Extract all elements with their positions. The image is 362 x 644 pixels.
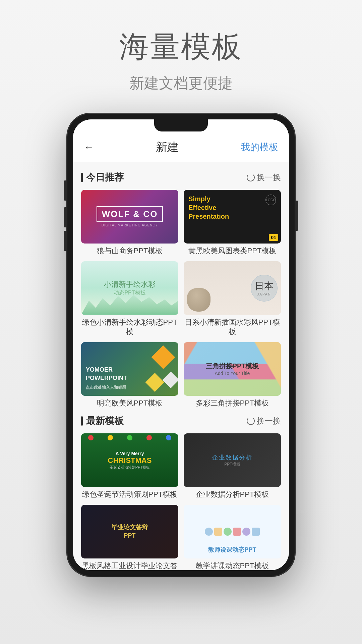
app-content: 今日推荐 换一换 WOLF & CO DIGITAL MARKETING AGE…	[73, 162, 289, 570]
template-item-christmas[interactable]: A Very Merry CHRISTMAS 圣诞节活动策划PPT模板 绿色圣诞…	[81, 433, 178, 499]
yomoer-diamond-3	[163, 372, 178, 388]
japan-cat-figure	[187, 288, 210, 312]
template-label-japan: 日系小清新插画水彩风PPT模板	[184, 318, 281, 337]
tri-main-title: 三角拼接PPT模板	[206, 362, 259, 371]
template-label-presentation: 黄黑欧美风图表类PPT模板	[184, 246, 281, 256]
template-label-wolf: 狼与山商务PPT模板	[81, 246, 178, 256]
template-item-japan[interactable]: 日本 JAPAN 日系小清新插画水彩风PPT模板	[184, 261, 281, 337]
notch	[154, 119, 208, 131]
xmas-subtitle: 圣诞节活动策划PPT模板	[110, 465, 150, 470]
template-thumb-teacher: 教师说课动态PPT	[184, 505, 281, 558]
template-item-triangles[interactable]: 三角拼接PPT模板 Add To Your Title 多彩三角拼接PPT模板	[184, 342, 281, 408]
template-thumb-christmas: A Very Merry CHRISTMAS 圣诞节活动策划PPT模板	[81, 433, 178, 487]
screen-title: 新建	[156, 140, 179, 155]
template-thumb-wolf: WOLF & CO DIGITAL MARKETING AGENCY	[81, 190, 178, 244]
template-item-business[interactable]: 企业数据分析 PPT模板 企业数据分析PPT模板	[184, 433, 281, 499]
template-label-business: 企业数据分析PPT模板	[184, 490, 281, 499]
pres-logo-circle: LOGO	[265, 195, 276, 205]
template-thumb-graduation: 毕业论文答辩PPT	[81, 505, 178, 558]
teacher-main-label: 教师说课动态PPT	[208, 546, 256, 554]
japan-circle-badge: 日本 JAPAN	[251, 275, 278, 302]
latest-section-title: 最新模板	[81, 415, 124, 427]
wolf-subtitle: DIGITAL MARKETING AGENCY	[102, 223, 158, 227]
template-item-watercolor[interactable]: 小清新手绘水彩 动态PPT模板 绿色小清新手绘水彩动态PPT模	[81, 261, 178, 337]
ti5	[242, 528, 250, 536]
template-thumb-presentation: SimplyEffectivePresentation LOGO 01	[184, 190, 281, 244]
biz-sub-text: PPT模板	[224, 462, 240, 467]
template-label-yomoer: 明亮欧美风PPT模板	[81, 398, 178, 408]
template-thumb-japan: 日本 JAPAN	[184, 261, 281, 315]
page-title: 海量模板	[119, 27, 243, 67]
latest-section-header: 最新模板 换一换	[81, 415, 281, 427]
latest-template-grid: A Very Merry CHRISTMAS 圣诞节活动策划PPT模板 绿色圣诞…	[81, 433, 281, 570]
ti4	[233, 528, 241, 536]
pres-title: SimplyEffectivePresentation	[188, 195, 265, 221]
template-item-yomoer[interactable]: YOMOERPOWERPOINT点击此处输入人和标题 明亮欧美风PPT模板	[81, 342, 178, 408]
biz-main-text: 企业数据分析	[212, 453, 252, 462]
ti3	[224, 528, 232, 536]
latest-refresh-button[interactable]: 换一换	[247, 416, 281, 426]
yomoer-brand-text: YOMOERPOWERPOINT点击此处输入人和标题	[86, 366, 127, 391]
japan-romaji: JAPAN	[257, 292, 271, 296]
refresh-icon	[247, 173, 255, 181]
latest-refresh-label: 换一换	[257, 416, 281, 426]
template-item-presentation[interactable]: SimplyEffectivePresentation LOGO 01 黄黑欧美…	[184, 190, 281, 256]
yomoer-shapes-bg	[120, 342, 178, 396]
template-label-teacher: 教学讲课动态PPT模板	[184, 561, 281, 570]
template-item-graduation[interactable]: 毕业论文答辩PPT 黑板风格工业设计毕业论文答	[81, 505, 178, 570]
yomoer-diamond-1	[152, 345, 175, 369]
phone-wrapper: ← 新建 我的模板 今日推荐 换一换	[64, 113, 298, 576]
watercolor-main-text: 小清新手绘水彩	[104, 279, 156, 289]
template-thumb-triangles: 三角拼接PPT模板 Add To Your Title	[184, 342, 281, 396]
yomoer-diamond-2	[145, 373, 165, 392]
tri-sub-title: Add To Your Title	[215, 371, 250, 376]
watercolor-sub-text: 动态PPT模板	[114, 289, 145, 297]
today-template-grid: WOLF & CO DIGITAL MARKETING AGENCY 狼与山商务…	[81, 190, 281, 408]
today-refresh-button[interactable]: 换一换	[247, 172, 281, 183]
ti2	[214, 528, 222, 536]
page-header: 海量模板 新建文档更便捷	[119, 0, 243, 93]
template-thumb-watercolor: 小清新手绘水彩 动态PPT模板	[81, 261, 178, 315]
phone-screen: ← 新建 我的模板 今日推荐 换一换	[73, 119, 289, 570]
template-thumb-yomoer: YOMOERPOWERPOINT点击此处输入人和标题	[81, 342, 178, 396]
xmas-ornaments-row	[81, 433, 178, 440]
template-item-wolf[interactable]: WOLF & CO DIGITAL MARKETING AGENCY 狼与山商务…	[81, 190, 178, 256]
template-label-graduation: 黑板风格工业设计毕业论文答	[81, 561, 178, 570]
my-templates-button[interactable]: 我的模板	[241, 141, 278, 154]
xmas-main-title: CHRISTMAS	[108, 456, 152, 465]
ornament-blue	[166, 435, 171, 440]
yomoer-sub-text: 点击此处输入人和标题	[86, 385, 126, 390]
template-item-teacher[interactable]: 教师说课动态PPT 教学讲课动态PPT模板	[184, 505, 281, 570]
ornament-red2	[146, 435, 152, 440]
teacher-icons-grid	[201, 524, 263, 539]
template-label-christmas: 绿色圣诞节活动策划PPT模板	[81, 490, 178, 499]
wolf-title-box: WOLF & CO	[97, 206, 163, 222]
template-thumb-business: 企业数据分析 PPT模板	[184, 433, 281, 487]
grad-main-text: 毕业论文答辩PPT	[112, 523, 148, 540]
today-refresh-label: 换一换	[257, 172, 281, 183]
page-subtitle: 新建文档更便捷	[119, 73, 243, 93]
template-label-watercolor: 绿色小清新手绘水彩动态PPT模	[81, 318, 178, 337]
phone-frame: ← 新建 我的模板 今日推荐 换一换	[67, 113, 295, 576]
latest-refresh-icon	[247, 417, 255, 425]
ornament-red	[88, 435, 94, 440]
xmas-title-small: A Very Merry	[115, 451, 144, 456]
ornament-yellow	[108, 435, 113, 440]
today-section-title: 今日推荐	[81, 171, 124, 184]
ornament-green	[127, 435, 132, 440]
back-button[interactable]: ←	[84, 142, 94, 153]
pres-number: 01	[269, 234, 278, 241]
today-section-header: 今日推荐 换一换	[81, 171, 281, 184]
template-label-triangles: 多彩三角拼接PPT模板	[184, 398, 281, 408]
japan-kanji-text: 日本	[255, 280, 274, 292]
ti1	[205, 528, 213, 536]
ti6	[252, 528, 260, 536]
